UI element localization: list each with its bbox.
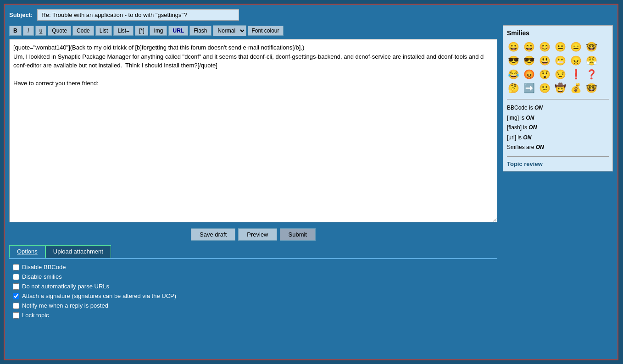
disable-bbcode-checkbox[interactable] xyxy=(13,264,19,270)
editor-section: B i u Quote Code List List= [*] Img URL … xyxy=(9,25,497,326)
star-button[interactable]: [*] xyxy=(135,26,148,36)
smiley-7[interactable]: 😎 xyxy=(507,54,520,67)
options-content: Disable BBCode Disable smilies Do not au… xyxy=(9,258,497,326)
disable-smilies-checkbox[interactable] xyxy=(13,274,19,280)
smiley-17[interactable]: ❗ xyxy=(569,68,582,81)
smiley-15[interactable]: 😲 xyxy=(538,68,551,81)
flash-status: [flash] is ON xyxy=(507,123,609,133)
option-no-auto-url: Do not automatically parse URLs xyxy=(13,283,494,290)
smiley-5[interactable]: 😑 xyxy=(569,40,582,53)
code-button[interactable]: Code xyxy=(72,26,94,36)
bbcode-status: BBCode is ON xyxy=(507,103,609,113)
url-button[interactable]: URL xyxy=(168,26,188,36)
italic-button[interactable]: i xyxy=(23,26,34,36)
smiley-1[interactable]: 😀 xyxy=(507,40,520,53)
bold-button[interactable]: B xyxy=(9,26,22,36)
smiley-21[interactable]: 😕 xyxy=(538,82,551,94)
textarea-container: [quote="wombat140"](Back to my old trick… xyxy=(9,39,497,224)
smilies-grid: 😀 😄 😊 😐 😑 🤓 😎 😎 😃 😬 😠 😤 😂 😡 xyxy=(507,40,609,94)
divider-2 xyxy=(507,156,609,157)
subject-label: Subject: xyxy=(9,11,33,18)
list-eq-button[interactable]: List= xyxy=(113,26,134,36)
preview-button[interactable]: Preview xyxy=(238,228,277,241)
smilies-on: ON xyxy=(536,144,544,150)
smiley-12[interactable]: 😤 xyxy=(585,54,598,67)
option-disable-bbcode: Disable BBCode xyxy=(13,264,494,270)
topic-review-title: Topic review xyxy=(507,160,609,167)
smiley-19[interactable]: 🤔 xyxy=(507,82,520,94)
disable-smilies-label: Disable smilies xyxy=(22,273,62,280)
list-button[interactable]: List xyxy=(95,26,112,36)
font-colour-button[interactable]: Font colour xyxy=(248,26,284,36)
options-tabs: Options Upload attachment xyxy=(9,245,497,258)
editor-textarea[interactable]: [quote="wombat140"](Back to my old trick… xyxy=(9,39,497,222)
bbcode-on: ON xyxy=(534,105,543,111)
smiley-8[interactable]: 😎 xyxy=(523,54,535,67)
img-on: ON xyxy=(526,115,534,121)
upload-attachment-tab[interactable]: Upload attachment xyxy=(45,245,111,258)
smiley-20[interactable]: ➡️ xyxy=(523,82,535,94)
disable-bbcode-label: Disable BBCode xyxy=(22,264,66,270)
smiley-11[interactable]: 😠 xyxy=(569,54,582,67)
submit-button[interactable]: Submit xyxy=(280,228,316,241)
smiley-22[interactable]: 🤠 xyxy=(554,82,567,94)
main-area: B i u Quote Code List List= [*] Img URL … xyxy=(9,25,613,326)
smiley-16[interactable]: 😒 xyxy=(554,68,567,81)
smiley-4[interactable]: 😐 xyxy=(554,40,567,53)
page-container: Subject: B i u Quote Code List List= [*]… xyxy=(4,4,618,360)
img-button[interactable]: Img xyxy=(150,26,167,36)
underline-button[interactable]: u xyxy=(35,26,47,36)
notify-reply-checkbox[interactable] xyxy=(13,303,19,309)
quote-button[interactable]: Quote xyxy=(48,26,71,36)
font-size-select[interactable]: Normal Small Large Huge Tiny xyxy=(213,25,246,36)
option-notify-reply: Notify me when a reply is posted xyxy=(13,302,494,309)
bbcode-info: BBCode is ON [img] is ON [flash] is ON [… xyxy=(507,103,609,153)
smiley-2[interactable]: 😄 xyxy=(523,40,535,53)
smiley-24[interactable]: 🤓 xyxy=(585,82,598,94)
no-auto-url-checkbox[interactable] xyxy=(13,283,19,290)
smiley-13[interactable]: 😂 xyxy=(507,68,520,81)
options-tab[interactable]: Options xyxy=(9,245,45,258)
flash-button[interactable]: Flash xyxy=(189,26,211,36)
smilies-status: Smilies are ON xyxy=(507,143,609,153)
img-status: [img] is ON xyxy=(507,113,609,123)
smilies-section: Smilies 😀 😄 😊 😐 😑 🤓 😎 😎 😃 😬 😠 😤 xyxy=(503,25,613,171)
no-auto-url-label: Do not automatically parse URLs xyxy=(22,283,109,290)
smilies-title: Smilies xyxy=(507,29,609,37)
sidebar: Smilies 😀 😄 😊 😐 😑 🤓 😎 😎 😃 😬 😠 😤 xyxy=(503,25,613,326)
smiley-10[interactable]: 😬 xyxy=(554,54,567,67)
subject-input[interactable] xyxy=(37,9,239,21)
smiley-6[interactable]: 🤓 xyxy=(585,40,598,53)
subject-row: Subject: xyxy=(9,9,613,21)
save-draft-button[interactable]: Save draft xyxy=(191,228,235,241)
url-status: [url] is ON xyxy=(507,133,609,143)
toolbar: B i u Quote Code List List= [*] Img URL … xyxy=(9,25,497,36)
url-on: ON xyxy=(523,134,531,141)
smiley-9[interactable]: 😃 xyxy=(538,54,551,67)
smiley-18[interactable]: ❓ xyxy=(585,68,598,81)
option-disable-smilies: Disable smilies xyxy=(13,273,494,280)
options-section: Options Upload attachment Disable BBCode… xyxy=(9,245,497,326)
option-lock-topic: Lock topic xyxy=(13,312,494,319)
bottom-buttons: Save draft Preview Submit xyxy=(9,228,497,241)
flash-on: ON xyxy=(528,124,537,131)
notify-reply-label: Notify me when a reply is posted xyxy=(22,302,108,309)
divider-1 xyxy=(507,99,609,99)
lock-topic-checkbox[interactable] xyxy=(13,312,19,319)
attach-sig-checkbox[interactable] xyxy=(13,293,19,299)
smiley-23[interactable]: 💰 xyxy=(569,82,582,94)
option-attach-sig: Attach a signature (signatures can be al… xyxy=(13,292,494,299)
smiley-14[interactable]: 😡 xyxy=(523,68,535,81)
attach-sig-label: Attach a signature (signatures can be al… xyxy=(22,292,176,299)
lock-topic-label: Lock topic xyxy=(22,312,49,319)
smiley-3[interactable]: 😊 xyxy=(538,40,551,53)
